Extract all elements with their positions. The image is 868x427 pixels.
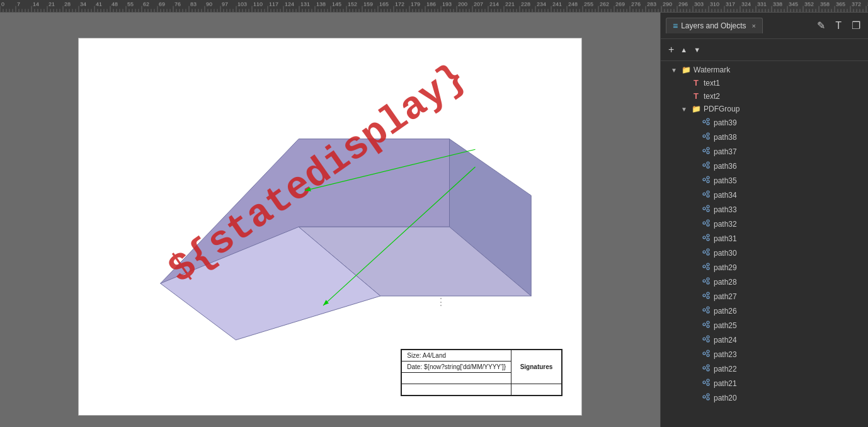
svg-point-64 bbox=[707, 383, 709, 385]
svg-point-17 bbox=[703, 164, 705, 166]
move-up-button[interactable]: ▲ bbox=[679, 45, 688, 55]
tree-item-path37[interactable]: path37 bbox=[661, 144, 868, 159]
tree-item-path32[interactable]: path32 bbox=[661, 217, 868, 231]
path-icon-path22 bbox=[701, 363, 711, 374]
tree-item-path22[interactable]: path22 bbox=[661, 362, 868, 376]
tree-item-path34[interactable]: path34 bbox=[661, 188, 868, 202]
tree-label-path27: path27 bbox=[714, 292, 737, 301]
tree-item-path28[interactable]: path28 bbox=[661, 275, 868, 289]
svg-point-14 bbox=[703, 149, 705, 152]
svg-point-46 bbox=[707, 296, 709, 299]
svg-point-42 bbox=[707, 278, 709, 280]
tree-item-path25[interactable]: path25 bbox=[661, 318, 868, 333]
path-icon-path21 bbox=[701, 378, 711, 389]
tree-label-path28: path28 bbox=[714, 278, 737, 287]
path-icon-path36 bbox=[701, 161, 711, 171]
text-mode-button[interactable]: T bbox=[833, 19, 844, 33]
tree-label-path23: path23 bbox=[714, 350, 737, 359]
tree-label-path25: path25 bbox=[714, 321, 737, 330]
tree-item-path31[interactable]: path31 bbox=[661, 231, 868, 246]
tree-item-path29[interactable]: path29 bbox=[661, 260, 868, 275]
expand-button[interactable]: ❐ bbox=[849, 18, 863, 33]
svg-point-10 bbox=[707, 122, 709, 125]
document-page: ${statedisplay} Size: A4/Land Signatures bbox=[78, 38, 582, 416]
tree-item-path39[interactable]: path39 bbox=[661, 115, 868, 130]
svg-point-18 bbox=[707, 162, 709, 164]
svg-point-50 bbox=[703, 323, 705, 326]
svg-point-38 bbox=[703, 265, 705, 268]
layers-icon: ≡ bbox=[673, 21, 678, 31]
tree-label-text1: text1 bbox=[704, 79, 720, 88]
ruler bbox=[0, 0, 868, 13]
tree-label-path21: path21 bbox=[714, 379, 737, 388]
svg-point-26 bbox=[703, 207, 705, 210]
svg-point-56 bbox=[703, 352, 705, 355]
tree-label-path20: path20 bbox=[714, 394, 737, 402]
svg-point-45 bbox=[707, 292, 709, 295]
size-value: A4/Land bbox=[423, 352, 446, 359]
date-value: ${now?string['dd/MM/YYYY']} bbox=[424, 363, 506, 370]
panel-toolbar: + ▲ ▼ bbox=[661, 39, 868, 61]
tree-label-text2: text2 bbox=[704, 92, 720, 101]
svg-point-29 bbox=[703, 222, 705, 224]
path-icon-path34 bbox=[701, 190, 711, 200]
svg-point-48 bbox=[707, 307, 709, 309]
tree-item-path26[interactable]: path26 bbox=[661, 304, 868, 318]
path-icon-path35 bbox=[701, 175, 711, 186]
svg-point-47 bbox=[703, 309, 705, 311]
svg-point-12 bbox=[707, 133, 709, 135]
panel-header: ≡ Layers and Objects × ✎ T ❐ bbox=[661, 13, 868, 39]
svg-point-32 bbox=[703, 236, 705, 239]
move-down-button[interactable]: ▼ bbox=[692, 45, 702, 55]
tree-item-path21[interactable]: path21 bbox=[661, 376, 868, 390]
text-icon-text2: T bbox=[691, 91, 701, 101]
path-icon-path33 bbox=[701, 204, 711, 215]
svg-point-57 bbox=[707, 350, 709, 353]
tree-toggle-pdfgroup: ▼ bbox=[681, 106, 688, 113]
svg-point-51 bbox=[707, 321, 709, 324]
svg-point-44 bbox=[703, 294, 705, 297]
tree-label-path37: path37 bbox=[714, 147, 737, 156]
svg-point-21 bbox=[707, 176, 709, 179]
path-icon-path38 bbox=[701, 132, 711, 142]
more-options-button[interactable]: ⋮ bbox=[436, 296, 446, 308]
panel-tab-label: Layers and Objects bbox=[681, 21, 746, 30]
tree-item-path33[interactable]: path33 bbox=[661, 202, 868, 217]
tree-label-path24: path24 bbox=[714, 336, 737, 344]
tree-label-path31: path31 bbox=[714, 234, 737, 243]
svg-point-13 bbox=[707, 137, 709, 139]
tree-item-text1[interactable]: Ttext1 bbox=[661, 76, 868, 89]
tree-item-path35[interactable]: path35 bbox=[661, 173, 868, 188]
tree-item-path23[interactable]: path23 bbox=[661, 347, 868, 362]
path-icon-path28 bbox=[701, 276, 711, 287]
tree-item-watermark[interactable]: ▼📁Watermark bbox=[661, 64, 868, 76]
svg-point-43 bbox=[707, 282, 709, 284]
tree-label-path35: path35 bbox=[714, 176, 737, 185]
text-icon-text1: T bbox=[691, 78, 701, 88]
panel-close-button[interactable]: × bbox=[752, 22, 756, 30]
edit-mode-button[interactable]: ✎ bbox=[814, 18, 828, 33]
layers-objects-tab[interactable]: ≡ Layers and Objects × bbox=[666, 18, 763, 33]
path-icon-path23 bbox=[701, 349, 711, 360]
svg-point-49 bbox=[707, 310, 709, 313]
svg-point-40 bbox=[707, 267, 709, 270]
svg-point-11 bbox=[703, 135, 705, 137]
svg-point-62 bbox=[703, 381, 705, 384]
tree-item-path36[interactable]: path36 bbox=[661, 159, 868, 173]
tree-item-path30[interactable]: path30 bbox=[661, 246, 868, 260]
tree-label-path32: path32 bbox=[714, 220, 737, 229]
tree-item-text2[interactable]: Ttext2 bbox=[661, 89, 868, 103]
tree-item-path38[interactable]: path38 bbox=[661, 130, 868, 144]
tree-item-path24[interactable]: path24 bbox=[661, 333, 868, 347]
svg-point-41 bbox=[703, 280, 705, 282]
add-layer-button[interactable]: + bbox=[667, 43, 675, 57]
svg-point-36 bbox=[707, 249, 709, 251]
svg-point-27 bbox=[707, 205, 709, 208]
tree-item-path20[interactable]: path20 bbox=[661, 390, 868, 405]
tree-item-pdfgroup[interactable]: ▼📁PDFGroup bbox=[661, 103, 868, 115]
tree-item-path27[interactable]: path27 bbox=[661, 289, 868, 304]
canvas-area: ${statedisplay} Size: A4/Land Signatures bbox=[0, 13, 660, 427]
svg-point-22 bbox=[707, 180, 709, 183]
svg-point-16 bbox=[707, 151, 709, 154]
svg-point-33 bbox=[707, 234, 709, 237]
